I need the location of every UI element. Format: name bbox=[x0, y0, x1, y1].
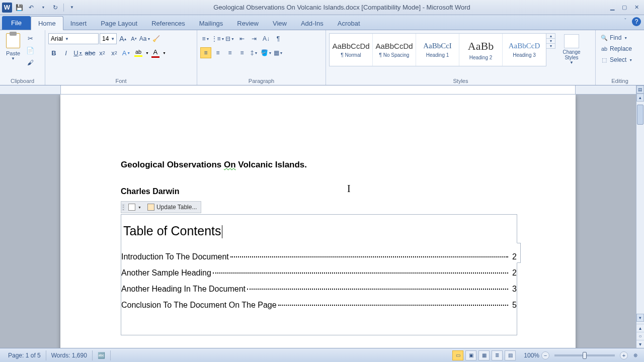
undo-dropdown-icon[interactable]: ▼ bbox=[38, 3, 48, 13]
toc-container[interactable]: Table of Contents Introduction To The Do… bbox=[121, 214, 517, 335]
zoom-out-button[interactable]: − bbox=[541, 351, 549, 359]
superscript-button[interactable]: x2 bbox=[109, 47, 120, 58]
minimize-button[interactable]: ▁ bbox=[607, 3, 618, 12]
paste-button[interactable]: Paste ▼ bbox=[3, 32, 23, 61]
ruler-toggle-icon[interactable]: ▤ bbox=[636, 85, 644, 94]
document-title[interactable]: Geological Observations On Volcanic Isla… bbox=[121, 160, 515, 170]
undo-icon[interactable]: ↶ bbox=[26, 3, 36, 13]
tab-insert[interactable]: Insert bbox=[63, 17, 94, 30]
toc-entry[interactable]: Another Heading In The Document3 bbox=[121, 285, 517, 294]
zoom-in-button[interactable]: + bbox=[620, 351, 628, 359]
style-no-spacing[interactable]: AaBbCcDd¶ No Spacing bbox=[373, 34, 416, 66]
tab-view[interactable]: View bbox=[266, 17, 294, 30]
bold-button[interactable]: B bbox=[48, 47, 59, 58]
copy-icon[interactable]: 📄 bbox=[25, 45, 35, 55]
zoom-dialog-icon[interactable]: ⊕ bbox=[630, 350, 641, 360]
gallery-row-down-icon[interactable]: ▾ bbox=[546, 39, 555, 44]
line-spacing-button[interactable]: ‡▼ bbox=[249, 47, 260, 58]
sort-button[interactable]: A↓ bbox=[261, 33, 272, 44]
replace-button[interactable]: abReplace bbox=[599, 44, 634, 53]
maximize-button[interactable]: ▢ bbox=[619, 3, 630, 12]
clear-formatting-icon[interactable]: 🧹 bbox=[151, 34, 161, 44]
tab-references[interactable]: References bbox=[144, 17, 192, 30]
shrink-font-icon[interactable]: A▾ bbox=[129, 34, 139, 44]
borders-button[interactable]: ▦▼ bbox=[273, 47, 284, 58]
scroll-down-icon[interactable]: ▾ bbox=[636, 314, 644, 322]
highlight-dropdown-icon[interactable]: ▼ bbox=[145, 51, 149, 55]
show-marks-button[interactable]: ¶ bbox=[273, 33, 284, 44]
toc-entry[interactable]: Conclusion To The Document On The Page5 bbox=[121, 301, 517, 310]
style-normal[interactable]: AaBbCcDd¶ Normal bbox=[330, 34, 373, 66]
view-print-layout-icon[interactable]: ▭ bbox=[452, 350, 463, 360]
tab-add-ins[interactable]: Add-Ins bbox=[294, 17, 331, 30]
align-center-button[interactable]: ≡ bbox=[212, 47, 223, 58]
toc-options-button[interactable]: ▼ bbox=[125, 202, 144, 213]
strikethrough-button[interactable]: abc bbox=[85, 47, 96, 58]
view-outline-icon[interactable]: ≣ bbox=[492, 350, 503, 360]
toc-entry[interactable]: Another Sample Heading2 bbox=[121, 268, 517, 278]
scroll-up-icon[interactable]: ▴ bbox=[636, 94, 644, 102]
horizontal-ruler[interactable] bbox=[0, 85, 644, 95]
tab-page-layout[interactable]: Page Layout bbox=[94, 17, 144, 30]
status-page[interactable]: Page: 1 of 5 bbox=[3, 350, 46, 360]
select-dropdown-icon[interactable]: ▼ bbox=[629, 58, 632, 62]
zoom-slider-thumb[interactable] bbox=[583, 352, 587, 359]
document-page[interactable]: Geological Observations On Volcanic Isla… bbox=[60, 95, 576, 348]
style-heading-1[interactable]: AaBbCcIHeading 1 bbox=[416, 34, 459, 66]
status-proofing-icon[interactable]: 🔤 bbox=[93, 350, 111, 360]
tab-mailings[interactable]: Mailings bbox=[192, 17, 230, 30]
grow-font-icon[interactable]: A▴ bbox=[118, 34, 128, 44]
toc-entry[interactable]: Introduction To The Document2 bbox=[121, 252, 517, 261]
numbering-button[interactable]: ⋮≡▼ bbox=[212, 33, 223, 44]
italic-button[interactable]: I bbox=[60, 47, 71, 58]
font-color-button[interactable]: A bbox=[150, 48, 161, 58]
browse-object-icon[interactable]: ○ bbox=[636, 332, 644, 340]
tab-acrobat[interactable]: Acrobat bbox=[331, 17, 367, 30]
save-icon[interactable]: 💾 bbox=[14, 3, 24, 13]
highlight-color-button[interactable]: ab bbox=[133, 49, 144, 57]
find-button[interactable]: 🔍Find▼ bbox=[599, 33, 629, 42]
bullets-button[interactable]: ≡▼ bbox=[200, 33, 211, 44]
previous-page-icon[interactable]: ▴ bbox=[636, 324, 644, 332]
underline-button[interactable]: U▼ bbox=[72, 47, 84, 58]
toc-resize-tab[interactable] bbox=[517, 243, 521, 263]
align-right-button[interactable]: ≡ bbox=[224, 47, 235, 58]
zoom-level[interactable]: 100% bbox=[524, 352, 539, 359]
subscript-button[interactable]: x2 bbox=[97, 47, 108, 58]
scroll-thumb[interactable] bbox=[637, 105, 643, 125]
toc-title[interactable]: Table of Contents bbox=[122, 224, 223, 238]
select-button[interactable]: ⬚Select▼ bbox=[599, 55, 634, 64]
next-page-icon[interactable]: ▾ bbox=[636, 340, 644, 348]
style-heading-2[interactable]: AaBbHeading 2 bbox=[459, 34, 503, 66]
update-table-button[interactable]: Update Table... bbox=[144, 202, 200, 213]
gallery-row-up-icon[interactable]: ▴ bbox=[546, 34, 555, 39]
font-size-combo[interactable]: 14▼ bbox=[100, 33, 117, 44]
zoom-slider[interactable] bbox=[554, 354, 615, 356]
cut-icon[interactable]: ✂ bbox=[25, 33, 35, 43]
qat-customize-icon[interactable]: ▼ bbox=[67, 3, 77, 13]
font-name-dropdown-icon[interactable]: ▼ bbox=[65, 37, 69, 41]
ribbon-collapse-icon[interactable]: ˇ bbox=[622, 17, 629, 24]
font-name-combo[interactable]: Arial▼ bbox=[48, 33, 99, 44]
view-draft-icon[interactable]: ▤ bbox=[505, 350, 516, 360]
style-heading-3[interactable]: AaBbCcDHeading 3 bbox=[503, 34, 546, 66]
text-effects-icon[interactable]: A▼ bbox=[121, 47, 132, 58]
scroll-track[interactable] bbox=[636, 102, 644, 314]
status-words[interactable]: Words: 1,690 bbox=[46, 350, 93, 360]
tab-review[interactable]: Review bbox=[230, 17, 266, 30]
shading-button[interactable]: 🪣▼ bbox=[261, 47, 272, 58]
document-area[interactable]: Geological Observations On Volcanic Isla… bbox=[0, 95, 636, 348]
find-dropdown-icon[interactable]: ▼ bbox=[624, 36, 627, 40]
toc-toolbar-handle-icon[interactable]: ⋮ bbox=[121, 204, 125, 211]
font-color-dropdown-icon[interactable]: ▼ bbox=[163, 51, 166, 55]
document-author[interactable]: Charles Darwin bbox=[121, 187, 515, 196]
redo-icon[interactable]: ↻ bbox=[50, 3, 60, 13]
view-web-layout-icon[interactable]: ▦ bbox=[478, 350, 490, 360]
view-full-screen-icon[interactable]: ▣ bbox=[465, 350, 476, 360]
justify-button[interactable]: ≡ bbox=[236, 47, 248, 58]
change-styles-dropdown-icon[interactable]: ▼ bbox=[570, 60, 574, 65]
change-case-icon[interactable]: Aa▼ bbox=[140, 34, 150, 44]
multilevel-list-button[interactable]: ⊟▼ bbox=[224, 33, 235, 44]
paste-dropdown-icon[interactable]: ▼ bbox=[11, 56, 15, 61]
change-styles-button[interactable]: Change Styles ▼ bbox=[558, 33, 585, 65]
